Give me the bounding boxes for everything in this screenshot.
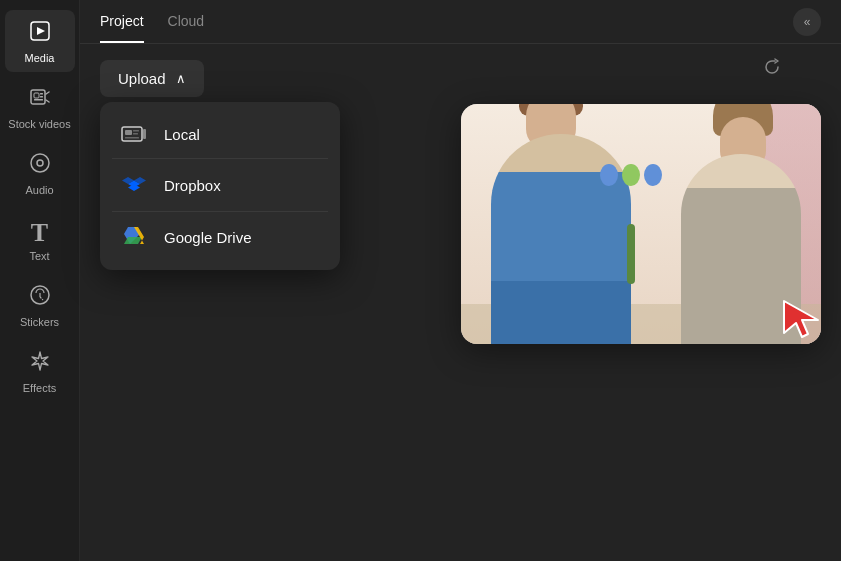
main-panel: Project Cloud « Upload ∧ [80, 0, 841, 561]
upload-label: Upload [118, 70, 166, 87]
svg-rect-18 [125, 137, 139, 139]
collapse-button[interactable]: « [793, 8, 821, 36]
svg-line-13 [40, 297, 43, 300]
sidebar-item-stickers[interactable]: Stickers [5, 274, 75, 336]
upload-dropdown: Local Dropbox [100, 102, 340, 270]
svg-rect-3 [34, 93, 39, 98]
preview-container [461, 104, 821, 344]
sidebar-item-audio[interactable]: Audio [5, 142, 75, 204]
local-label: Local [164, 126, 200, 143]
svg-point-10 [37, 160, 43, 166]
media-icon [29, 20, 51, 48]
svg-line-8 [46, 100, 49, 102]
sidebar-item-media-label: Media [25, 52, 55, 64]
svg-rect-4 [40, 93, 43, 95]
header: Project Cloud « [80, 0, 841, 44]
chevron-up-icon: ∧ [176, 71, 186, 86]
dropdown-item-dropbox[interactable]: Dropbox [100, 159, 340, 211]
panel-content: Upload ∧ Local [80, 44, 841, 561]
upload-button[interactable]: Upload ∧ [100, 60, 204, 97]
sidebar: Media Stock videos Audio T [0, 0, 80, 561]
tab-project[interactable]: Project [100, 1, 144, 43]
dropbox-icon [120, 173, 148, 197]
svg-rect-5 [40, 96, 43, 98]
dropbox-label: Dropbox [164, 177, 221, 194]
sidebar-item-stock-videos-label: Stock videos [8, 118, 70, 130]
stock-videos-icon [29, 86, 51, 114]
text-icon: T [31, 218, 48, 248]
preview-photo [461, 104, 821, 344]
effects-icon [29, 350, 51, 378]
svg-point-9 [31, 154, 49, 172]
svg-marker-1 [37, 27, 45, 35]
dropdown-item-google-drive[interactable]: Google Drive [100, 212, 340, 262]
svg-rect-6 [34, 99, 43, 101]
sidebar-item-stickers-label: Stickers [20, 316, 59, 328]
audio-icon [29, 152, 51, 180]
sidebar-item-stock-videos[interactable]: Stock videos [5, 76, 75, 138]
sidebar-item-audio-label: Audio [25, 184, 53, 196]
sidebar-item-effects[interactable]: Effects [5, 340, 75, 402]
local-icon [120, 124, 148, 144]
google-drive-label: Google Drive [164, 229, 252, 246]
svg-marker-20 [784, 301, 818, 337]
dropdown-item-local[interactable]: Local [100, 110, 340, 158]
sidebar-item-media[interactable]: Media [5, 10, 75, 72]
svg-rect-19 [143, 129, 146, 139]
svg-rect-15 [125, 130, 132, 135]
svg-rect-16 [133, 130, 139, 132]
stickers-icon [29, 284, 51, 312]
tab-cloud[interactable]: Cloud [168, 1, 205, 43]
sidebar-item-effects-label: Effects [23, 382, 56, 394]
google-drive-icon [120, 226, 148, 248]
sidebar-item-text[interactable]: T Text [5, 208, 75, 270]
cursor [774, 293, 821, 344]
sidebar-item-text-label: Text [29, 250, 49, 262]
svg-rect-17 [133, 133, 138, 135]
refresh-button[interactable] [763, 58, 781, 81]
svg-line-7 [46, 92, 49, 94]
